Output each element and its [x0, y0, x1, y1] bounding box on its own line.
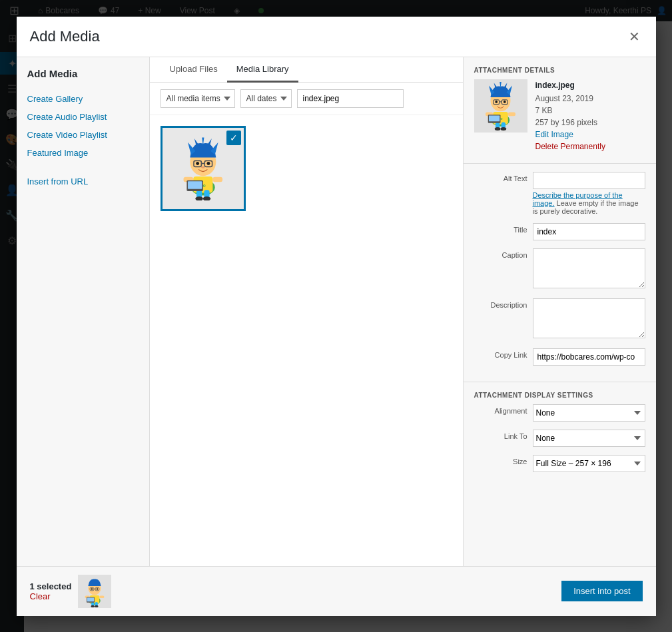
- attachment-meta: index.jpeg August 23, 2019 7 KB 257 by 1…: [535, 79, 645, 153]
- svg-point-23: [495, 127, 501, 131]
- svg-rect-26: [508, 113, 515, 117]
- svg-point-24: [501, 127, 507, 131]
- tab-media-library[interactable]: Media Library: [227, 57, 298, 83]
- svg-point-33: [495, 101, 498, 103]
- media-nav-title: Add Media: [17, 68, 149, 90]
- media-type-filter[interactable]: All media items: [161, 89, 235, 108]
- svg-point-39: [91, 605, 95, 607]
- size-row: Size Full Size – 257 × 196: [474, 455, 645, 472]
- alignment-select[interactable]: None: [533, 404, 645, 422]
- attachment-filename: index.jpeg: [535, 79, 645, 91]
- filter-bar: All media items All dates: [150, 83, 463, 115]
- nav-item-insert-from-url[interactable]: Insert from URL: [17, 172, 149, 190]
- modal-header: Add Media ✕: [17, 17, 656, 57]
- tab-upload-files[interactable]: Upload Files: [161, 57, 227, 83]
- copy-link-content: [533, 348, 645, 366]
- description-content: [533, 298, 645, 340]
- selected-count: 1 selected Clear: [30, 581, 72, 601]
- size-label: Size: [474, 455, 527, 466]
- svg-point-15: [196, 162, 199, 165]
- title-row: Title: [474, 223, 645, 240]
- attachment-date: August 23, 2019: [535, 93, 645, 105]
- caption-content: [533, 248, 645, 290]
- display-settings-header: ATTACHMENT DISPLAY SETTINGS: [464, 382, 656, 404]
- modal-body: Add Media Create Gallery Create Audio Pl…: [17, 57, 656, 566]
- modal-close-button[interactable]: ✕: [626, 27, 643, 46]
- svg-rect-10: [188, 181, 202, 188]
- svg-point-6: [203, 196, 210, 201]
- alignment-label: Alignment: [474, 404, 527, 415]
- link-to-content: None: [533, 430, 645, 447]
- attachment-dimensions: 257 by 196 pixels: [535, 117, 645, 129]
- caption-textarea[interactable]: [533, 248, 645, 288]
- attachment-info: bo: [464, 79, 656, 164]
- display-settings-fields: Alignment None Link To None: [464, 404, 656, 488]
- title-content: [533, 223, 645, 240]
- svg-rect-42: [100, 595, 105, 598]
- insert-into-post-button[interactable]: Insert into post: [561, 581, 642, 601]
- svg-point-16: [206, 162, 210, 165]
- attachment-size: 7 KB: [535, 105, 645, 117]
- add-media-modal: Add Media ✕ Add Media Create Gallery Cre…: [17, 17, 656, 616]
- nav-item-featured-image[interactable]: Featured Image: [17, 144, 149, 162]
- media-main: Upload Files Media Library All media ite…: [150, 57, 463, 566]
- nav-item-create-gallery[interactable]: Create Gallery: [17, 90, 149, 108]
- link-to-select[interactable]: None: [533, 430, 645, 447]
- attachment-details-header: ATTACHMENT DETAILS: [464, 57, 656, 79]
- media-item-checkmark: ✓: [226, 131, 241, 145]
- caption-label: Caption: [474, 248, 527, 259]
- search-input[interactable]: [297, 89, 404, 108]
- caption-row: Caption: [474, 248, 645, 290]
- title-input[interactable]: [533, 223, 645, 240]
- svg-point-49: [91, 588, 93, 589]
- copy-link-input[interactable]: [533, 348, 645, 366]
- alignment-row: Alignment None: [474, 404, 645, 422]
- edit-image-link[interactable]: Edit Image: [535, 129, 645, 141]
- alt-text-content: Describe the purpose of the image. Leave…: [533, 172, 645, 215]
- size-content: Full Size – 257 × 196: [533, 455, 645, 472]
- selected-info: 1 selected Clear: [30, 575, 112, 608]
- media-grid: bo: [161, 126, 452, 211]
- svg-point-50: [97, 588, 98, 589]
- copy-link-row: Copy Link: [474, 348, 645, 366]
- svg-point-5: [195, 196, 202, 201]
- attachment-fields: Alt Text Describe the purpose of the ima…: [464, 164, 656, 382]
- svg-point-34: [504, 101, 506, 103]
- media-item[interactable]: bo: [161, 126, 246, 211]
- nav-item-create-audio-playlist[interactable]: Create Audio Playlist: [17, 108, 149, 126]
- selected-count-label: 1 selected: [30, 581, 72, 591]
- svg-rect-28: [489, 116, 500, 122]
- modal-title: Add Media: [30, 28, 100, 45]
- svg-rect-8: [212, 177, 222, 182]
- copy-link-label: Copy Link: [474, 348, 527, 359]
- nav-item-create-video-playlist[interactable]: Create Video Playlist: [17, 126, 149, 144]
- clear-selection-link[interactable]: Clear: [30, 591, 51, 601]
- modal-overlay: Add Media ✕ Add Media Create Gallery Cre…: [0, 0, 672, 632]
- svg-point-17: [201, 166, 204, 168]
- attachment-panel: ATTACHMENT DETAILS bo: [463, 57, 656, 566]
- description-textarea[interactable]: [533, 298, 645, 338]
- alignment-content: None: [533, 404, 645, 422]
- media-tabs: Upload Files Media Library: [150, 57, 463, 83]
- alt-text-input[interactable]: [533, 172, 645, 189]
- description-row: Description: [474, 298, 645, 340]
- svg-point-40: [95, 605, 99, 607]
- alt-text-row: Alt Text Describe the purpose of the ima…: [474, 172, 645, 215]
- link-to-label: Link To: [474, 430, 527, 440]
- description-label: Description: [474, 298, 527, 309]
- link-to-row: Link To None: [474, 430, 645, 447]
- attachment-thumbnail: bo: [474, 79, 527, 133]
- selected-thumb: [78, 575, 111, 608]
- date-filter[interactable]: All dates: [240, 89, 292, 108]
- delete-permanently-link[interactable]: Delete Permanently: [535, 141, 645, 153]
- alt-text-hint: Describe the purpose of the image. Leave…: [533, 191, 645, 215]
- media-grid-container: bo: [150, 115, 463, 566]
- title-label: Title: [474, 223, 527, 234]
- svg-rect-44: [87, 597, 94, 601]
- size-select[interactable]: Full Size – 257 × 196: [533, 455, 645, 472]
- media-sidebar-nav: Add Media Create Gallery Create Audio Pl…: [17, 57, 150, 566]
- modal-footer: 1 selected Clear: [17, 566, 656, 616]
- alt-text-label: Alt Text: [474, 172, 527, 182]
